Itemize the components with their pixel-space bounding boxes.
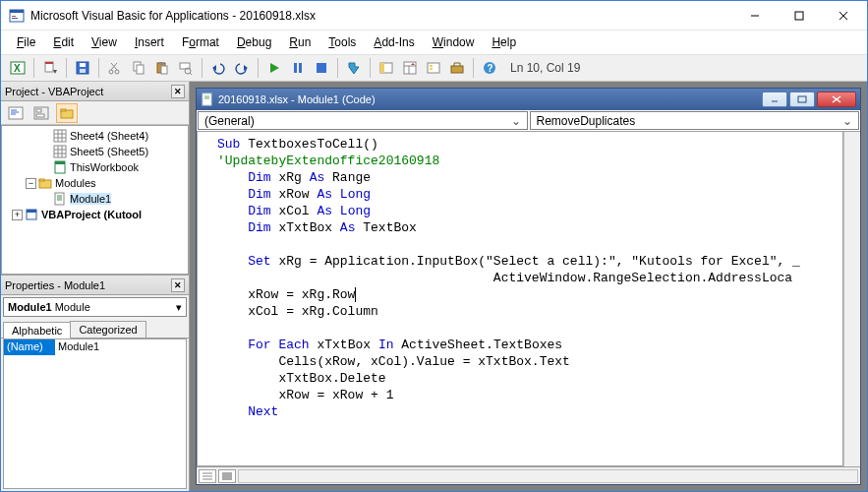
full-module-view-button[interactable] bbox=[218, 469, 236, 483]
svg-text:?: ? bbox=[488, 63, 493, 74]
svg-point-19 bbox=[115, 70, 119, 74]
save-button[interactable] bbox=[72, 57, 93, 79]
svg-point-18 bbox=[109, 70, 113, 74]
svg-rect-33 bbox=[317, 63, 326, 73]
properties-close-button[interactable]: ✕ bbox=[171, 278, 185, 292]
menu-run[interactable]: Run bbox=[281, 33, 318, 51]
menu-debug[interactable]: Debug bbox=[229, 33, 279, 51]
project-explorer-button[interactable] bbox=[376, 57, 397, 79]
code-window-title: 20160918.xlsx - Module1 (Code) bbox=[218, 93, 762, 105]
break-button[interactable] bbox=[287, 57, 309, 79]
tree-item-thisworkbook[interactable]: ThisWorkbook bbox=[2, 159, 188, 175]
menu-window[interactable]: Window bbox=[425, 33, 483, 51]
folder-open-icon bbox=[38, 176, 52, 190]
menu-view[interactable]: View bbox=[84, 33, 125, 51]
redo-button[interactable] bbox=[231, 57, 253, 79]
paste-button[interactable] bbox=[151, 57, 173, 79]
mdi-area: 20160918.xlsx - Module1 (Code) (General)… bbox=[190, 82, 867, 491]
svg-rect-15 bbox=[80, 69, 86, 73]
svg-rect-61 bbox=[54, 146, 66, 157]
view-code-button[interactable] bbox=[5, 103, 27, 123]
svg-rect-21 bbox=[137, 65, 144, 74]
properties-title: Properties - Module1 bbox=[5, 279, 171, 291]
worksheet-icon bbox=[53, 129, 67, 143]
menu-help[interactable]: Help bbox=[484, 33, 524, 51]
svg-rect-2 bbox=[12, 16, 16, 17]
properties-window-button[interactable] bbox=[399, 57, 421, 79]
code-editor[interactable]: Sub TextboxesToCell() 'UpdatebyExtendoff… bbox=[197, 132, 843, 466]
procedure-view-button[interactable] bbox=[199, 469, 216, 483]
insert-module-button[interactable] bbox=[39, 57, 61, 79]
svg-rect-3 bbox=[12, 18, 18, 19]
design-mode-button[interactable] bbox=[343, 57, 365, 79]
svg-rect-11 bbox=[45, 62, 53, 64]
window-close-button[interactable] bbox=[821, 1, 865, 30]
svg-rect-5 bbox=[795, 12, 803, 20]
menu-insert[interactable]: Insert bbox=[127, 33, 172, 51]
standard-toolbar: X ? Ln 10, Col 19 bbox=[1, 54, 867, 82]
svg-rect-52 bbox=[36, 109, 41, 112]
menu-file[interactable]: File bbox=[9, 33, 43, 51]
view-excel-button[interactable]: X bbox=[7, 57, 29, 79]
svg-rect-56 bbox=[54, 130, 66, 142]
property-value[interactable]: Module1 bbox=[55, 339, 186, 355]
cut-button[interactable] bbox=[104, 57, 126, 79]
window-maximize-button[interactable] bbox=[777, 1, 821, 30]
view-object-button[interactable] bbox=[30, 103, 52, 123]
project-tree[interactable]: Sheet4 (Sheet4) Sheet5 (Sheet5) ThisWork… bbox=[1, 125, 189, 275]
tree-item-module1[interactable]: Module1 bbox=[2, 191, 188, 207]
menu-tools[interactable]: Tools bbox=[320, 33, 364, 51]
tree-item-sheet5[interactable]: Sheet5 (Sheet5) bbox=[2, 144, 188, 159]
properties-tabs: Alphabetic Categorized bbox=[1, 319, 189, 338]
chevron-down-icon: ⌄ bbox=[511, 114, 521, 128]
worksheet-icon bbox=[53, 145, 67, 158]
toggle-folders-button[interactable] bbox=[56, 103, 78, 123]
properties-header: Properties - Module1 ✕ bbox=[1, 276, 189, 295]
workbook-icon bbox=[53, 160, 67, 174]
svg-rect-67 bbox=[55, 161, 65, 164]
reset-button[interactable] bbox=[311, 57, 332, 79]
collapse-icon[interactable]: − bbox=[26, 178, 36, 189]
svg-rect-70 bbox=[55, 193, 64, 205]
object-browser-button[interactable] bbox=[423, 57, 444, 79]
properties-grid[interactable]: (Name) Module1 bbox=[3, 338, 187, 489]
find-button[interactable] bbox=[175, 57, 197, 79]
object-combo[interactable]: (General)⌄ bbox=[198, 111, 528, 130]
undo-button[interactable] bbox=[207, 57, 229, 79]
tab-categorized[interactable]: Categorized bbox=[70, 321, 145, 338]
run-button[interactable] bbox=[263, 57, 285, 79]
svg-text:X: X bbox=[14, 63, 21, 74]
horizontal-scrollbar[interactable] bbox=[238, 469, 858, 483]
menu-edit[interactable]: Edit bbox=[45, 33, 82, 51]
menu-addins[interactable]: Add-Ins bbox=[366, 33, 422, 51]
svg-rect-37 bbox=[404, 62, 416, 74]
svg-marker-30 bbox=[270, 63, 279, 73]
property-row-name: (Name) Module1 bbox=[4, 339, 186, 355]
window-minimize-button[interactable] bbox=[732, 1, 777, 30]
menu-format[interactable]: Format bbox=[174, 33, 227, 51]
tree-item-vbaproject2[interactable]: +VBAProject (Kutool bbox=[2, 207, 188, 222]
svg-rect-55 bbox=[61, 109, 66, 111]
code-window-maximize-button[interactable] bbox=[789, 92, 815, 107]
svg-rect-24 bbox=[161, 66, 167, 74]
tree-item-sheet4[interactable]: Sheet4 (Sheet4) bbox=[2, 128, 188, 144]
code-window-minimize-button[interactable] bbox=[762, 92, 787, 107]
vertical-scrollbar[interactable] bbox=[843, 132, 860, 466]
procedure-combo[interactable]: RemoveDuplicates⌄ bbox=[530, 111, 860, 130]
window-title: Microsoft Visual Basic for Applications … bbox=[30, 9, 732, 23]
svg-rect-43 bbox=[430, 68, 433, 70]
window-titlebar: Microsoft Visual Basic for Applications … bbox=[1, 1, 867, 31]
tree-item-modules-folder[interactable]: −Modules bbox=[2, 175, 188, 191]
help-button[interactable]: ? bbox=[479, 57, 500, 79]
project-explorer-toolbar bbox=[1, 101, 189, 125]
copy-button[interactable] bbox=[128, 57, 149, 79]
code-window-close-button[interactable] bbox=[817, 92, 856, 107]
properties-object-combo[interactable]: Module1 Module ▾ bbox=[3, 297, 187, 317]
svg-rect-76 bbox=[203, 93, 211, 105]
code-window-titlebar[interactable]: 20160918.xlsx - Module1 (Code) bbox=[197, 89, 860, 110]
project-explorer-close-button[interactable]: ✕ bbox=[171, 85, 185, 98]
project-explorer-title: Project - VBAProject bbox=[5, 86, 171, 97]
expand-icon[interactable]: + bbox=[12, 210, 23, 220]
tab-alphabetic[interactable]: Alphabetic bbox=[3, 322, 71, 338]
toolbox-button[interactable] bbox=[446, 57, 468, 79]
